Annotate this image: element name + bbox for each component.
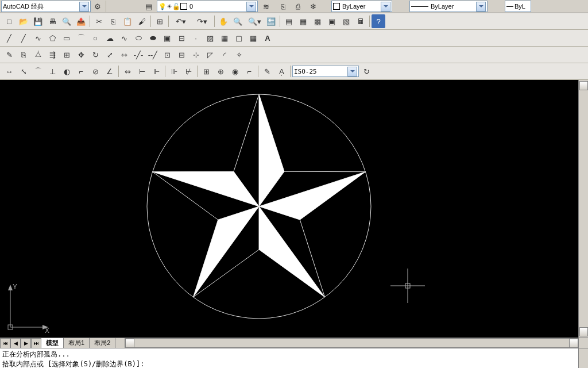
props-icon[interactable]: ▤: [282, 14, 296, 28]
scroll-up-icon[interactable]: [579, 81, 588, 90]
dimupdate-icon[interactable]: ↻: [359, 64, 373, 78]
ellipse-icon[interactable]: ⬭: [131, 31, 145, 45]
layer-state-icon[interactable]: ⎘: [276, 0, 290, 13]
offset-icon[interactable]: ⇶: [45, 48, 59, 62]
workspace-dropdown[interactable]: AutoCAD 经典: [1, 1, 91, 12]
array-icon[interactable]: ⊞: [60, 48, 74, 62]
vertical-scrollbar[interactable]: [578, 80, 588, 338]
help-icon[interactable]: ?: [372, 14, 385, 28]
move-icon[interactable]: ✥: [74, 48, 88, 62]
spline-icon[interactable]: ∿: [117, 31, 131, 45]
circle-icon[interactable]: ○: [88, 31, 102, 45]
tab-layout1[interactable]: 布局1: [64, 338, 90, 348]
dimtedit-icon[interactable]: Ạ: [274, 64, 288, 78]
insertblk-icon[interactable]: ▣: [160, 31, 174, 45]
revcloud-icon[interactable]: ☁: [103, 31, 117, 45]
arc-icon[interactable]: ⌒: [74, 31, 88, 45]
drawing-canvas[interactable]: Y X: [0, 80, 588, 338]
point-icon[interactable]: ·: [189, 31, 203, 45]
tolerance-icon[interactable]: ⊞: [199, 64, 213, 78]
layer-dropdown[interactable]: 💡 ☀ 🔓 0: [157, 1, 258, 12]
lineweight-dropdown[interactable]: ByL: [505, 1, 531, 12]
block-ed-icon[interactable]: ⊞: [153, 14, 167, 28]
toolpal-icon[interactable]: ▩: [311, 14, 324, 28]
dimquick-icon[interactable]: ⇔: [121, 64, 134, 78]
centermark-icon[interactable]: ⊕: [214, 64, 227, 78]
mtext-icon[interactable]: A: [261, 31, 274, 45]
scroll-left-icon[interactable]: [125, 339, 134, 348]
markup-icon[interactable]: ▧: [339, 14, 353, 28]
copy2-icon[interactable]: ⎘: [17, 48, 30, 62]
dimord-icon[interactable]: ⊥: [45, 64, 59, 78]
tab-next-icon[interactable]: ▶: [21, 338, 31, 348]
cline-icon[interactable]: ╱: [17, 31, 30, 45]
region-icon[interactable]: ▢: [232, 31, 246, 45]
chevron-down-icon[interactable]: [381, 2, 390, 12]
mirror-icon[interactable]: ⧊: [31, 48, 45, 62]
cmd-scrollbar[interactable]: [578, 348, 588, 368]
layer-iso-icon[interactable]: ⎙: [291, 0, 305, 13]
line-icon[interactable]: ╱: [2, 31, 16, 45]
linetype-dropdown[interactable]: ByLayer: [409, 1, 488, 12]
publish-icon[interactable]: 📤: [74, 14, 88, 28]
dimcont-icon[interactable]: ⊩: [149, 64, 163, 78]
layer-props-icon[interactable]: ▤: [142, 0, 156, 13]
command-window[interactable]: 正在分析内部孤岛... 拾取内部点或 [选择对象(S)/删除边界(B)]: ^^: [0, 348, 588, 368]
polygon-icon[interactable]: ⬠: [45, 31, 59, 45]
dimarc-icon[interactable]: ⌒: [31, 64, 45, 78]
preview-icon[interactable]: 🔍: [60, 14, 74, 28]
dimstyle-dropdown[interactable]: ISO-25: [292, 66, 359, 77]
table-icon[interactable]: ▦: [246, 31, 260, 45]
chevron-down-icon[interactable]: [246, 2, 256, 12]
dimaligned-icon[interactable]: ⤡: [17, 64, 30, 78]
hatch-icon[interactable]: ▨: [203, 31, 217, 45]
gradient-icon[interactable]: ▦: [218, 31, 231, 45]
tab-layout2[interactable]: 布局2: [90, 338, 115, 348]
scale-icon[interactable]: ⤢: [103, 48, 117, 62]
chevron-down-icon[interactable]: [347, 67, 357, 76]
rotate-icon[interactable]: ↻: [88, 48, 102, 62]
dimjog-icon[interactable]: ⌐: [74, 64, 88, 78]
fillet-icon[interactable]: ◜: [218, 48, 231, 62]
zoom-prev-icon[interactable]: 🔙: [264, 14, 278, 28]
open-icon[interactable]: 📂: [17, 14, 30, 28]
zoom-flyout[interactable]: 🔍▾: [245, 14, 264, 28]
extend-icon[interactable]: --╱: [146, 48, 160, 62]
tab-last-icon[interactable]: ⏭: [31, 338, 41, 348]
trim-icon[interactable]: -╱-: [131, 48, 145, 62]
makeblk-icon[interactable]: ⊟: [175, 31, 188, 45]
dimlinear-icon[interactable]: ↔: [2, 64, 16, 78]
print-icon[interactable]: 🖶: [45, 14, 59, 28]
break-icon[interactable]: ⊟: [175, 48, 188, 62]
stretch-icon[interactable]: ⇿: [117, 48, 131, 62]
dimedit-icon[interactable]: ✎: [260, 64, 274, 78]
undo-button[interactable]: ↶▾: [171, 14, 191, 28]
layer-freeze-icon[interactable]: ❄: [306, 0, 320, 13]
redo-button[interactable]: ↷▾: [192, 14, 212, 28]
dimang-icon[interactable]: ∠: [103, 64, 117, 78]
earc-icon[interactable]: ⬬: [146, 31, 160, 45]
cut-icon[interactable]: ✂: [92, 14, 106, 28]
scroll-down-icon[interactable]: [579, 327, 588, 336]
copy-icon[interactable]: ⎘: [106, 14, 120, 28]
workspace-settings-icon[interactable]: ⚙: [91, 0, 105, 13]
breakpt-icon[interactable]: ⊡: [160, 48, 174, 62]
zoom-rt-icon[interactable]: 🔍: [231, 14, 245, 28]
match-icon[interactable]: 🖌: [135, 14, 149, 28]
scroll-right-icon[interactable]: [569, 339, 578, 348]
tab-first-icon[interactable]: ⏮: [0, 338, 10, 348]
pline-icon[interactable]: ∿: [31, 31, 45, 45]
join-icon[interactable]: ⊹: [189, 48, 203, 62]
layer-prev-icon[interactable]: ≋: [259, 0, 273, 13]
chevron-down-icon[interactable]: [79, 2, 89, 12]
dimjogline-icon[interactable]: ⌐: [242, 64, 256, 78]
explode-icon[interactable]: ✧: [232, 48, 246, 62]
designctr-icon[interactable]: ▦: [296, 14, 310, 28]
diminspect-icon[interactable]: ◉: [228, 64, 242, 78]
tab-prev-icon[interactable]: ◀: [10, 338, 21, 348]
new-icon[interactable]: □: [2, 14, 16, 28]
erase-icon[interactable]: ✎: [2, 48, 16, 62]
paste-icon[interactable]: 📋: [121, 14, 134, 28]
quickcalc-icon[interactable]: 🖩: [354, 14, 368, 28]
horizontal-scrollbar[interactable]: [125, 338, 579, 348]
